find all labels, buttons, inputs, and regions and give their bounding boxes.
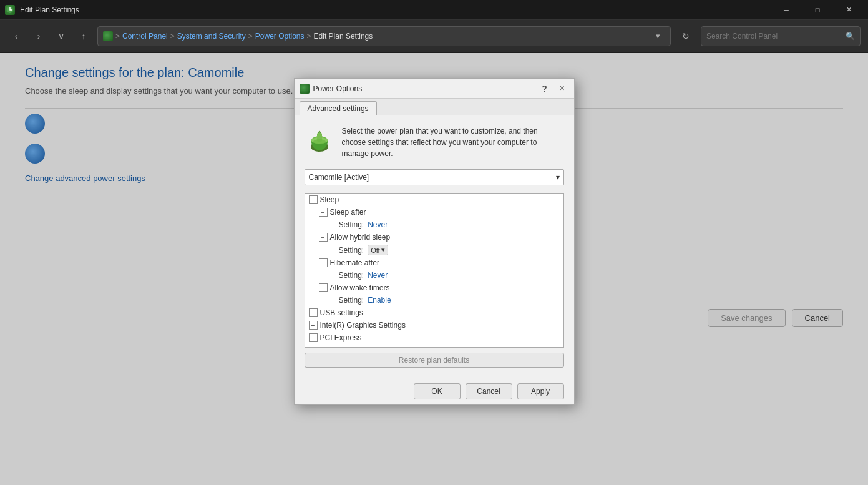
settings-tree[interactable]: − Sleep − Sleep after Setting: Never − [305, 193, 564, 348]
refresh-button[interactable]: ↻ [676, 26, 696, 46]
breadcrumb-sep-1: > [170, 32, 175, 41]
tree-label-wake-timers: Allow wake timers [330, 283, 561, 292]
tree-toggle-intel-graphics[interactable]: + [309, 321, 318, 330]
breadcrumb-current: Edit Plan Settings [314, 32, 373, 41]
dialog-overlay: Power Options ? ✕ Advanced settings [0, 53, 868, 485]
search-box: 🔍 [701, 26, 861, 46]
dialog-help-button[interactable]: ? [538, 82, 552, 96]
cancel-button[interactable]: Cancel [466, 383, 512, 399]
dialog-app-icon [300, 84, 310, 94]
minimize-button[interactable]: ─ [772, 0, 801, 20]
search-input[interactable] [706, 32, 842, 41]
dialog-description: Select the power plan that you want to c… [305, 125, 564, 159]
dropdown-chevron: ▾ [381, 246, 385, 254]
window-title: Edit Plan Settings [20, 6, 772, 14]
tree-setting-hybrid-sleep: Setting: Off ▾ [305, 243, 563, 257]
nav-back-button[interactable]: ‹ [7, 27, 25, 45]
breadcrumb-control-panel[interactable]: Control Panel [122, 32, 168, 41]
tree-toggle-usb[interactable]: + [309, 308, 318, 317]
app-icon [5, 5, 15, 15]
breadcrumb-bar: > Control Panel > System and Security > … [97, 26, 671, 46]
nav-forward-button[interactable]: › [30, 27, 47, 45]
tree-toggle-pci[interactable]: + [309, 333, 318, 342]
window-controls: ─ □ ✕ [772, 0, 863, 20]
setting-label-hybrid-sleep: Setting: [339, 246, 364, 255]
maximize-button[interactable]: □ [803, 0, 832, 20]
tree-toggle-sleep-after[interactable]: − [319, 208, 328, 217]
breadcrumb-dropdown-button[interactable]: ▾ [650, 29, 665, 44]
plan-selector-chevron: ▾ [556, 173, 560, 182]
svg-point-6 [313, 139, 326, 144]
dialog-footer: OK Cancel Apply [295, 378, 574, 404]
tree-label-usb: USB settings [320, 308, 561, 317]
dialog-close-button[interactable]: ✕ [555, 82, 569, 96]
tree-setting-hibernate: Setting: Never [305, 269, 563, 282]
dialog-title: Power Options [313, 84, 534, 93]
tree-toggle-wake-timers[interactable]: − [319, 283, 328, 292]
tree-label-sleep: Sleep [320, 195, 561, 204]
breadcrumb-sep-2: > [248, 32, 253, 41]
setting-value-wake-timers[interactable]: Enable [368, 296, 391, 305]
ok-button[interactable]: OK [414, 383, 461, 399]
tree-item-hybrid-sleep[interactable]: − Allow hybrid sleep [305, 231, 563, 243]
tree-label-pci: PCI Express [320, 333, 561, 342]
breadcrumb-system-security[interactable]: System and Security [177, 32, 246, 41]
breadcrumb-power-options[interactable]: Power Options [255, 32, 305, 41]
dialog-tabs: Advanced settings [295, 99, 574, 115]
close-button[interactable]: ✕ [834, 0, 863, 20]
dialog-description-text: Select the power plan that you want to c… [342, 125, 564, 159]
restore-defaults-button[interactable]: Restore plan defaults [305, 353, 564, 368]
power-options-icon [305, 125, 334, 155]
tab-advanced-settings[interactable]: Advanced settings [300, 101, 377, 115]
tree-toggle-hibernate[interactable]: − [319, 258, 328, 267]
breadcrumb-sep-0: > [115, 32, 120, 41]
nav-up-button[interactable]: ↑ [75, 27, 92, 45]
tree-item-usb[interactable]: + USB settings [305, 306, 563, 319]
setting-value-sleep-after[interactable]: Never [368, 220, 388, 229]
tree-item-wake-timers[interactable]: − Allow wake timers [305, 282, 563, 294]
tree-label-hibernate: Hibernate after [330, 258, 561, 267]
tree-setting-wake-timers: Setting: Enable [305, 294, 563, 306]
nav-recent-button[interactable]: ∨ [52, 27, 70, 45]
search-icon: 🔍 [846, 32, 855, 41]
breadcrumb-sep-3: > [307, 32, 311, 41]
apply-button[interactable]: Apply [517, 383, 564, 399]
tree-item-hibernate[interactable]: − Hibernate after [305, 257, 563, 269]
dialog-body: Select the power plan that you want to c… [295, 115, 574, 378]
tree-item-intel-graphics[interactable]: + Intel(R) Graphics Settings [305, 319, 563, 331]
breadcrumb-folder-icon [103, 31, 113, 41]
tree-setting-sleep-after: Setting: Never [305, 218, 563, 231]
setting-value-hibernate[interactable]: Never [368, 271, 388, 280]
setting-label-hibernate: Setting: [339, 271, 364, 280]
tree-label-sleep-after: Sleep after [330, 208, 561, 217]
tree-toggle-sleep[interactable]: − [309, 195, 318, 204]
tree-item-pci-express[interactable]: + PCI Express [305, 331, 563, 344]
tree-item-sleep[interactable]: − Sleep [305, 194, 563, 206]
dialog-titlebar: Power Options ? ✕ [295, 79, 574, 99]
power-options-dialog: Power Options ? ✕ Advanced settings [294, 78, 575, 405]
setting-label-wake-timers: Setting: [339, 296, 364, 305]
tree-item-sleep-after[interactable]: − Sleep after [305, 206, 563, 218]
plan-selector-value: Camomile [Active] [309, 173, 369, 182]
tree-label-intel-graphics: Intel(R) Graphics Settings [320, 321, 561, 330]
tree-label-hybrid-sleep: Allow hybrid sleep [330, 233, 561, 242]
setting-dropdown-hybrid-sleep[interactable]: Off ▾ [368, 245, 388, 255]
plan-selector[interactable]: Camomile [Active] ▾ [305, 169, 564, 185]
addressbar: ‹ › ∨ ↑ > Control Panel > System and Sec… [0, 20, 868, 52]
titlebar: Edit Plan Settings ─ □ ✕ [0, 0, 868, 20]
setting-label-sleep-after: Setting: [339, 220, 364, 229]
main-content: Change settings for the plan: Camomile C… [0, 53, 868, 485]
tree-toggle-hybrid-sleep[interactable]: − [319, 233, 328, 242]
